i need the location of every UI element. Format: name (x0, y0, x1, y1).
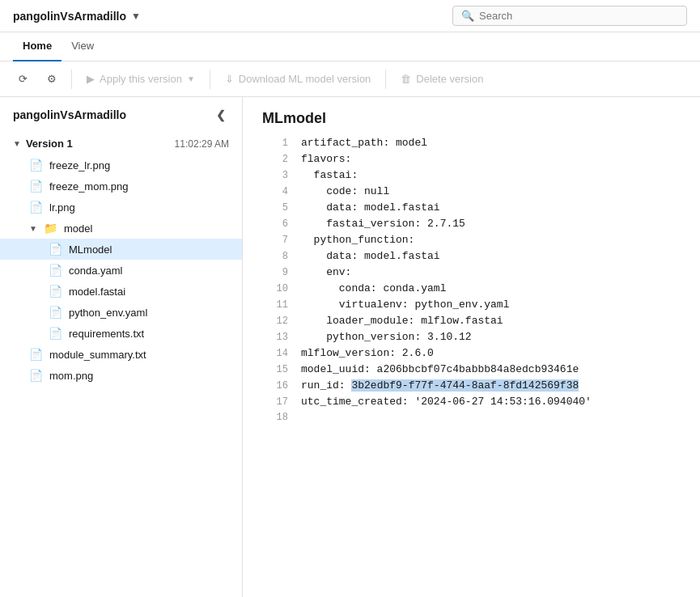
list-item[interactable]: 📄 requirements.txt (0, 323, 242, 344)
code-line: 13 python_version: 3.10.12 (262, 331, 681, 347)
line-number: 18 (262, 412, 288, 423)
line-content: loader_module: mlflow.fastai (301, 315, 503, 327)
version-left: ▼ Version 1 (13, 138, 73, 150)
delete-button[interactable]: 🗑 Delete version (392, 69, 491, 89)
line-number: 2 (262, 154, 288, 165)
line-number: 17 (262, 396, 288, 408)
code-area: 1 artifact_path: model 2 flavors: 3 fast… (262, 137, 681, 428)
file-icon: 📄 (29, 348, 43, 361)
file-icon: 📄 (29, 369, 43, 382)
list-item[interactable]: 📄 lr.png (0, 197, 242, 218)
nav-tabs: Home View (0, 32, 700, 61)
apply-version-label: Apply this version (100, 73, 182, 85)
file-name: module_summary.txt (49, 349, 146, 361)
code-line: 9 env: (262, 266, 681, 282)
code-line: 6 fastai_version: 2.7.15 (262, 218, 681, 234)
search-icon: 🔍 (461, 10, 474, 22)
list-item[interactable]: 📄 python_env.yaml (0, 302, 242, 323)
line-content: mlflow_version: 2.6.0 (301, 347, 434, 359)
list-item[interactable]: 📄 model.fastai (0, 281, 242, 302)
code-line: 4 code: null (262, 185, 681, 201)
list-item[interactable]: 📄 conda.yaml (0, 260, 242, 281)
file-name: model.fastai (69, 286, 125, 298)
version-time: 11:02:29 AM (175, 138, 229, 150)
list-item[interactable]: 📄 mom.png (0, 365, 242, 386)
file-name: MLmodel (69, 243, 112, 256)
play-icon: ▶ (87, 73, 95, 85)
apply-version-button[interactable]: ▶ Apply this version ▼ (78, 69, 203, 89)
list-item[interactable]: 📄 module_summary.txt (0, 344, 242, 365)
line-number: 11 (262, 299, 288, 311)
line-content: conda: conda.yaml (301, 282, 446, 294)
file-icon: 📄 (49, 306, 62, 319)
file-name: mom.png (49, 370, 93, 382)
code-line: 1 artifact_path: model (262, 137, 681, 153)
main-area: pangolinVsArmadillo ❮ ▼ Version 1 11:02:… (0, 97, 700, 597)
code-line: 11 virtualenv: python_env.yaml (262, 298, 681, 315)
folder-item-model[interactable]: ▼ 📁 model (0, 218, 242, 239)
line-content: flavors: (301, 153, 351, 165)
download-button[interactable]: ⇓ Download ML model version (217, 69, 380, 89)
app-title: pangolinVsArmadillo (13, 10, 126, 23)
ml-file-icon: 📄 (49, 243, 62, 256)
line-number: 12 (262, 315, 288, 327)
list-item[interactable]: 📄 freeze_mom.png (0, 176, 242, 197)
file-icon: 📄 (49, 264, 62, 277)
chevron-down-icon[interactable]: ▼ (131, 11, 141, 22)
delete-icon: 🗑 (401, 73, 411, 85)
tab-home[interactable]: Home (13, 32, 62, 61)
collapse-sidebar-button[interactable]: ❮ (213, 107, 229, 123)
top-bar: pangolinVsArmadillo ▼ 🔍 (0, 0, 700, 32)
tab-view[interactable]: View (62, 32, 104, 61)
file-icon: 📄 (29, 180, 43, 193)
file-icon: 📄 (49, 285, 62, 298)
file-name: freeze_mom.png (49, 180, 129, 193)
download-label: Download ML model version (239, 73, 371, 85)
code-line: 8 data: model.fastai (262, 250, 681, 266)
folder-name: model (64, 222, 92, 235)
refresh-icon: ⟳ (19, 73, 28, 85)
line-number: 14 (262, 348, 288, 359)
line-number: 3 (262, 170, 288, 181)
code-line: 18 (262, 412, 681, 428)
version-item[interactable]: ▼ Version 1 11:02:29 AM (0, 133, 242, 155)
list-item[interactable]: 📄 freeze_lr.png (0, 155, 242, 176)
code-line: 5 data: model.fastai (262, 201, 681, 218)
toolbar-divider-2 (210, 70, 210, 89)
folder-chevron-icon: ▼ (29, 224, 37, 233)
file-name: freeze_lr.png (49, 159, 110, 171)
folder-icon: 📁 (44, 222, 57, 235)
line-number: 6 (262, 218, 288, 230)
code-line: 3 fastai: (262, 169, 681, 185)
file-name: requirements.txt (69, 328, 144, 340)
line-content: env: (301, 266, 351, 278)
file-name: lr.png (49, 201, 75, 214)
line-number: 8 (262, 251, 288, 262)
list-item[interactable]: 📄 MLmodel (0, 239, 242, 260)
code-line: 14 mlflow_version: 2.6.0 (262, 347, 681, 363)
search-box[interactable]: 🔍 (452, 6, 687, 26)
app-title-area: pangolinVsArmadillo ▼ (13, 10, 141, 23)
file-name: python_env.yaml (69, 307, 147, 319)
file-icon: 📄 (29, 159, 43, 171)
content-panel: MLmodel 1 artifact_path: model 2 flavors… (243, 97, 700, 597)
line-number: 13 (262, 332, 288, 343)
code-line: 15 model_uuid: a206bbcbf07c4babbb84a8edc… (262, 363, 681, 379)
refresh-button[interactable]: ⟳ (10, 66, 36, 92)
line-content: run_id: 3b2edbf9-f77f-4744-8aaf-8fd14256… (301, 379, 579, 392)
file-name: conda.yaml (69, 265, 122, 277)
content-title: MLmodel (262, 110, 681, 127)
line-number: 1 (262, 138, 288, 149)
code-line: 17 utc_time_created: '2024-06-27 14:53:1… (262, 396, 681, 412)
code-line: 2 flavors: (262, 153, 681, 169)
line-content: virtualenv: python_env.yaml (301, 298, 509, 311)
line-number: 7 (262, 235, 288, 246)
line-number: 15 (262, 364, 288, 375)
line-content: data: model.fastai (301, 250, 440, 262)
apply-chevron-icon: ▼ (187, 74, 195, 83)
toolbar-divider-1 (71, 70, 72, 89)
settings-button[interactable]: ⚙ (39, 66, 65, 92)
search-input[interactable] (479, 10, 678, 22)
line-number: 4 (262, 186, 288, 197)
sidebar-header: pangolinVsArmadillo ❮ (0, 97, 242, 133)
